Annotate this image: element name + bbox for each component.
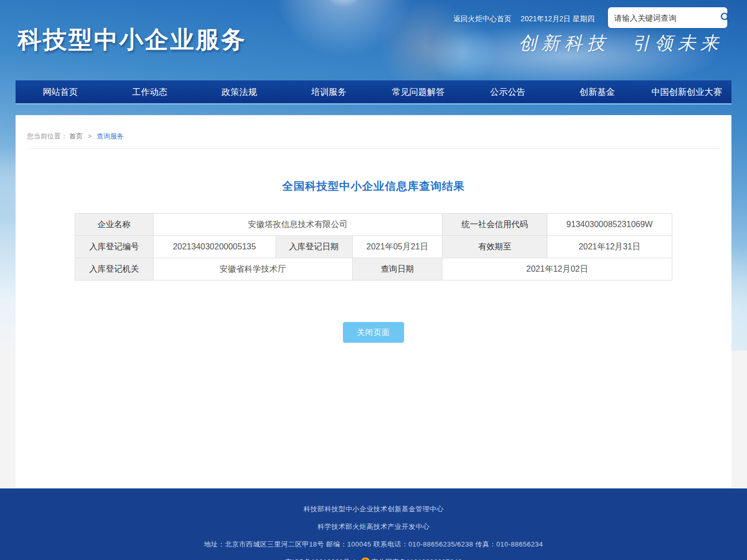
icp-record-link[interactable]: 京ICP备13019302号-1	[285, 558, 357, 560]
close-page-button[interactable]: 关闭页面	[343, 322, 404, 343]
footer-line-fund-center: 科技部科技型中小企业技术创新基金管理中心	[0, 505, 747, 514]
query-result-table: 企业名称 安徽塔孜信息技术有限公司 统一社会信用代码 9134030008523…	[75, 213, 672, 281]
topbar: 返回火炬中心首页 2021年12月2日 星期四	[453, 15, 594, 24]
registration-authority-label: 入库登记机关	[75, 258, 154, 281]
registration-date-value: 2021年05月21日	[352, 236, 442, 258]
table-row: 入库登记编号 202134030200005135 入库登记日期 2021年05…	[75, 236, 672, 258]
breadcrumb-home-link[interactable]: 首页	[70, 132, 83, 140]
query-date-value: 2021年12月02日	[442, 258, 672, 281]
valid-until-label: 有效期至	[442, 236, 547, 258]
search-icon	[720, 11, 731, 24]
site-title: 科技型中小企业服务	[18, 24, 246, 56]
table-row: 企业名称 安徽塔孜信息技术有限公司 统一社会信用代码 9134030008523…	[75, 214, 672, 236]
registration-date-label: 入库登记日期	[275, 236, 352, 258]
search-input[interactable]	[608, 13, 720, 22]
registration-number-label: 入库登记编号	[75, 236, 154, 258]
page: 科技型中小企业服务 创新科技 引领未来 返回火炬中心首页 2021年12月2日 …	[0, 0, 747, 560]
breadcrumb-separator: >	[88, 132, 92, 140]
nav-item-faq[interactable]: 常见问题解答	[374, 80, 463, 103]
sky-gap	[0, 105, 747, 115]
site-slogan: 创新科技 引领未来	[519, 31, 723, 55]
nav-item-training[interactable]: 培训服务	[284, 80, 374, 103]
credit-code-label: 统一社会信用代码	[442, 214, 547, 236]
footer-line-address: 地址：北京市西城区三里河二区甲18号 邮编：100045 联系电话：010-88…	[0, 540, 747, 549]
main-nav: 网站首页 工作动态 政策法规 培训服务 常见问题解答 公示公告 创新基金 中国创…	[16, 80, 731, 105]
nav-item-work-news[interactable]: 工作动态	[105, 80, 195, 103]
nav-item-announcements[interactable]: 公示公告	[463, 80, 553, 103]
police-badge-icon	[361, 557, 370, 560]
current-date-text: 2021年12月2日 星期四	[521, 15, 594, 23]
breadcrumb-prefix: 您当前位置：	[27, 132, 67, 140]
police-record-link[interactable]: 京公网安备11010202007048	[371, 558, 462, 560]
credit-code-value: 91340300085231069W	[547, 214, 672, 236]
site-header: 科技型中小企业服务 创新科技 引领未来 返回火炬中心首页 2021年12月2日 …	[0, 0, 747, 80]
footer-line-records: 京ICP备13019302号-1京公网安备11010202007048	[0, 557, 747, 560]
nav-item-innovation-fund[interactable]: 创新基金	[552, 80, 642, 103]
company-name-label: 企业名称	[75, 214, 154, 236]
nav-item-home[interactable]: 网站首页	[16, 80, 105, 103]
page-title: 全国科技型中小企业信息库查询结果	[16, 179, 731, 193]
table-row: 入库登记机关 安徽省科学技术厅 查询日期 2021年12月02日	[75, 258, 672, 281]
search-button[interactable]	[720, 7, 731, 28]
footer-line-torch-center: 科学技术部火炬高技术产业开发中心	[0, 522, 747, 531]
registration-authority-value: 安徽省科学技术厅	[153, 258, 352, 281]
return-torch-center-link[interactable]: 返回火炬中心首页	[453, 15, 511, 23]
site-footer: 科技部科技型中小企业技术创新基金管理中心 科学技术部火炬高技术产业开发中心 地址…	[0, 488, 747, 560]
valid-until-value: 2021年12月31日	[547, 236, 672, 258]
company-name-value: 安徽塔孜信息技术有限公司	[153, 214, 442, 236]
breadcrumb: 您当前位置： 首页 > 查询服务	[27, 115, 720, 149]
content-panel: 您当前位置： 首页 > 查询服务 全国科技型中小企业信息库查询结果 企业名称 安…	[16, 115, 731, 487]
search-box	[608, 7, 727, 28]
registration-number-value: 202134030200005135	[153, 236, 275, 258]
query-date-label: 查询日期	[352, 258, 442, 281]
nav-item-policies[interactable]: 政策法规	[195, 80, 284, 103]
nav-item-competition[interactable]: 中国创新创业大赛	[642, 80, 732, 103]
breadcrumb-current-link[interactable]: 查询服务	[96, 132, 123, 140]
